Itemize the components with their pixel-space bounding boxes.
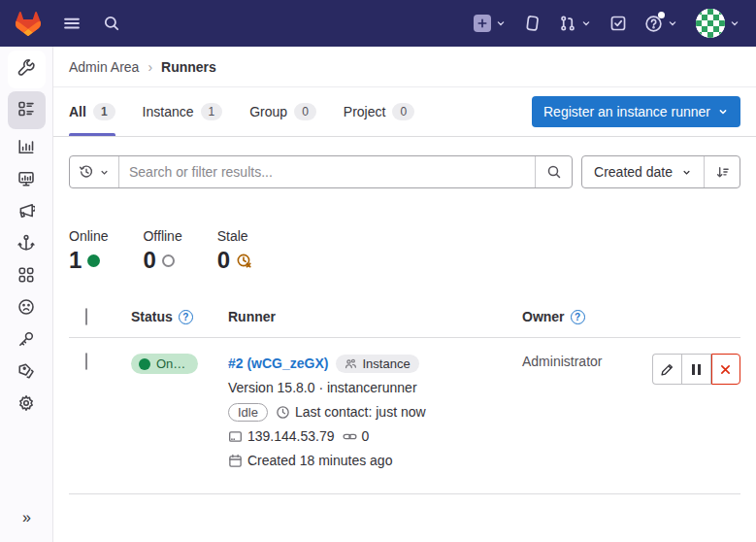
overview-list-icon (17, 100, 35, 120)
owner-help-icon[interactable]: ? (571, 310, 585, 324)
stat-stale-value: 0 (217, 247, 230, 274)
tab-count-badge: 1 (93, 103, 115, 120)
tab-instance[interactable]: Instance 1 (143, 87, 223, 136)
owner-column-header: Owner (522, 309, 565, 324)
pencil-icon (660, 362, 674, 377)
issues-button[interactable] (524, 15, 542, 32)
merge-requests-button[interactable] (559, 15, 592, 32)
online-dot-icon (139, 358, 150, 370)
runner-row: Online #2 (wCG_zeGX) Instance Version 15… (69, 338, 740, 494)
chevron-down-icon (729, 17, 740, 29)
stat-offline-label: Offline (143, 228, 181, 244)
select-all-checkbox[interactable] (85, 308, 87, 325)
recent-searches-dropdown[interactable] (70, 156, 119, 187)
top-navbar (0, 0, 756, 47)
stat-offline: Offline 0 (143, 228, 181, 274)
offline-ring-icon (162, 254, 175, 267)
filter-bar: Created date (53, 137, 756, 204)
online-dot-icon (87, 254, 100, 267)
notification-dot (658, 12, 665, 18)
user-menu-button[interactable] (696, 9, 740, 38)
avatar (696, 9, 725, 38)
sidebar-item-monitoring[interactable] (8, 164, 46, 196)
hamburger-icon (62, 14, 82, 33)
runner-owner[interactable]: Administrator (522, 354, 602, 369)
runner-projects-count: 0 (343, 428, 370, 444)
help-menu-button[interactable] (644, 15, 678, 33)
users-icon (345, 357, 357, 370)
tab-label: All (69, 104, 86, 119)
stat-online-label: Online (69, 228, 108, 244)
sidebar-item-overview[interactable] (8, 91, 46, 129)
todos-icon (609, 15, 627, 32)
stale-clock-icon (236, 253, 252, 269)
gitlab-logo[interactable] (16, 12, 41, 36)
table-header-row: Status ? Runner Owner ? (69, 303, 740, 338)
sidebar-item-labels[interactable] (8, 356, 46, 389)
sidebar-item-messages[interactable] (8, 196, 46, 228)
tab-label: Project (344, 104, 386, 119)
sidebar-item-analytics[interactable] (8, 132, 46, 164)
key-icon (17, 330, 35, 351)
tab-group[interactable]: Group 0 (249, 87, 316, 136)
calendar-icon (228, 454, 243, 468)
todos-button[interactable] (609, 15, 627, 32)
sidebar-item-applications[interactable] (8, 260, 46, 292)
sidebar-item-settings[interactable] (8, 389, 46, 421)
runner-type-badge: Instance (336, 355, 418, 373)
tab-label: Instance (143, 104, 194, 119)
sidebar-item-abuse-reports[interactable] (8, 292, 46, 324)
chevron-down-icon (495, 17, 507, 29)
sort-direction-button[interactable] (704, 156, 740, 187)
runner-projects-count-text: 0 (362, 428, 370, 444)
new-menu-button[interactable] (474, 15, 507, 32)
chevron-down-icon (99, 167, 110, 178)
status-online-badge: Online (131, 354, 198, 374)
delete-runner-button[interactable] (711, 354, 740, 385)
tab-all[interactable]: All 1 (69, 87, 115, 136)
tab-label: Group (249, 104, 287, 119)
search-input[interactable] (119, 164, 535, 180)
runner-ip: 139.144.53.79 (228, 428, 335, 444)
issues-icon (524, 15, 542, 32)
edit-runner-button[interactable] (652, 354, 681, 385)
status-help-icon[interactable]: ? (179, 310, 193, 324)
sort-descending-icon (715, 165, 730, 180)
search-filter-box (69, 155, 573, 188)
runner-link[interactable]: #2 (wCG_zeGX) (228, 356, 328, 371)
sidebar-item-system-hooks[interactable] (8, 228, 46, 260)
sidebar-item-admin-overview[interactable] (8, 51, 46, 88)
chevron-down-icon (580, 17, 592, 29)
nav-search-button[interactable] (103, 15, 120, 32)
breadcrumb-separator: › (148, 59, 152, 75)
runners-table: Status ? Runner Owner ? Online (69, 303, 740, 494)
stat-online: Online 1 (69, 228, 108, 274)
stat-online-value: 1 (69, 247, 82, 274)
bar-chart-icon (17, 138, 35, 158)
sidebar-collapse-button[interactable]: » (0, 509, 53, 526)
tab-project[interactable]: Project 0 (344, 87, 414, 136)
runner-tabs-bar: All 1 Instance 1 Group 0 Project 0 Regis… (53, 87, 756, 137)
clock-icon (276, 405, 290, 420)
help-icon (644, 15, 663, 33)
tab-count-badge: 0 (392, 103, 414, 120)
admin-sidebar: » (0, 47, 53, 542)
gear-icon (17, 394, 35, 415)
sort-by-dropdown[interactable]: Created date (582, 156, 704, 187)
breadcrumb: Admin Area › Runners (53, 47, 756, 87)
chevron-down-icon (681, 167, 692, 178)
history-icon (79, 164, 94, 180)
search-icon (546, 164, 562, 180)
search-submit-button[interactable] (535, 156, 572, 187)
stat-stale: Stale 0 (217, 228, 252, 274)
runner-created: Created 18 minutes ago (228, 453, 392, 468)
breadcrumb-admin-area[interactable]: Admin Area (69, 59, 139, 75)
hamburger-menu-button[interactable] (62, 14, 82, 33)
sort-control: Created date (581, 155, 740, 188)
row-checkbox[interactable] (85, 353, 87, 370)
runner-column-header: Runner (228, 309, 276, 324)
last-contact-text: Last contact: just now (295, 404, 426, 420)
pause-runner-button[interactable] (681, 354, 710, 385)
register-instance-runner-button[interactable]: Register an instance runner (532, 96, 740, 127)
sidebar-item-deploy-keys[interactable] (8, 324, 46, 356)
